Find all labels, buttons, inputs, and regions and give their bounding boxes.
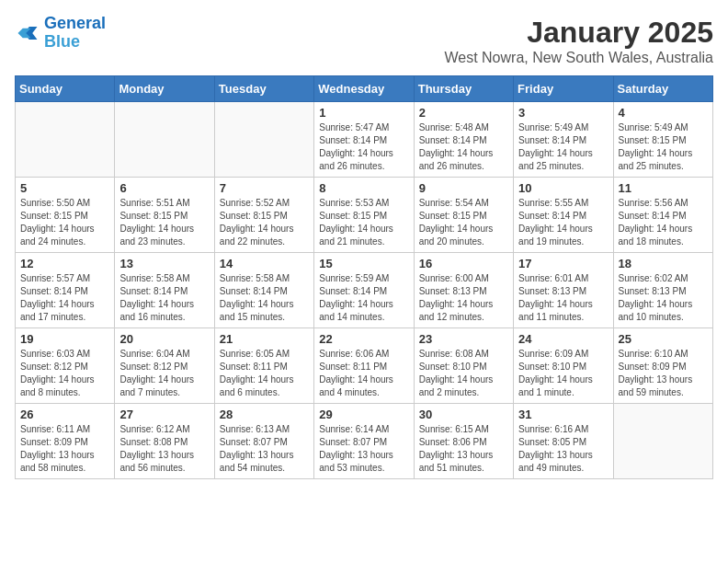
calendar-cell: 3Sunrise: 5:49 AM Sunset: 8:14 PM Daylig…: [514, 102, 613, 178]
page-header: General Blue January 2025 West Nowra, Ne…: [15, 15, 713, 66]
calendar-cell: 20Sunrise: 6:04 AM Sunset: 8:12 PM Dayli…: [115, 328, 214, 404]
day-info: Sunrise: 5:56 AM Sunset: 8:14 PM Dayligh…: [619, 197, 708, 248]
calendar-cell: 24Sunrise: 6:09 AM Sunset: 8:10 PM Dayli…: [514, 328, 613, 404]
calendar-cell: 23Sunrise: 6:08 AM Sunset: 8:10 PM Dayli…: [414, 328, 513, 404]
day-number: 19: [20, 332, 109, 346]
calendar-week-1: 1Sunrise: 5:47 AM Sunset: 8:14 PM Daylig…: [16, 102, 713, 178]
day-number: 25: [619, 332, 708, 346]
calendar-week-4: 19Sunrise: 6:03 AM Sunset: 8:12 PM Dayli…: [16, 328, 713, 404]
day-info: Sunrise: 5:55 AM Sunset: 8:14 PM Dayligh…: [518, 197, 608, 248]
calendar-cell: 18Sunrise: 6:02 AM Sunset: 8:13 PM Dayli…: [613, 253, 712, 328]
day-number: 15: [319, 257, 408, 270]
calendar-cell: 25Sunrise: 6:10 AM Sunset: 8:09 PM Dayli…: [613, 328, 712, 404]
calendar-cell: 27Sunrise: 6:12 AM Sunset: 8:08 PM Dayli…: [115, 404, 214, 479]
calendar-cell: 30Sunrise: 6:15 AM Sunset: 8:06 PM Dayli…: [414, 404, 513, 479]
day-info: Sunrise: 6:02 AM Sunset: 8:13 PM Dayligh…: [619, 272, 708, 324]
calendar-cell: 29Sunrise: 6:14 AM Sunset: 8:07 PM Dayli…: [314, 404, 414, 479]
day-number: 14: [220, 257, 309, 270]
day-number: 5: [20, 181, 109, 195]
day-number: 10: [518, 181, 608, 195]
calendar-cell: 14Sunrise: 5:58 AM Sunset: 8:14 PM Dayli…: [214, 253, 313, 328]
calendar-cell: 12Sunrise: 5:57 AM Sunset: 8:14 PM Dayli…: [16, 253, 115, 328]
calendar-cell: 1Sunrise: 5:47 AM Sunset: 8:14 PM Daylig…: [314, 102, 414, 178]
calendar-cell: 8Sunrise: 5:53 AM Sunset: 8:15 PM Daylig…: [314, 178, 414, 253]
day-info: Sunrise: 5:52 AM Sunset: 8:15 PM Dayligh…: [220, 197, 309, 248]
calendar-cell: 26Sunrise: 6:11 AM Sunset: 8:09 PM Dayli…: [16, 404, 115, 479]
calendar-cell: 17Sunrise: 6:01 AM Sunset: 8:13 PM Dayli…: [514, 253, 613, 328]
logo-text: General Blue: [44, 15, 106, 52]
day-info: Sunrise: 6:14 AM Sunset: 8:07 PM Dayligh…: [319, 423, 408, 475]
calendar-cell: 10Sunrise: 5:55 AM Sunset: 8:14 PM Dayli…: [514, 178, 613, 253]
day-info: Sunrise: 5:58 AM Sunset: 8:14 PM Dayligh…: [220, 272, 309, 324]
calendar-cell: 19Sunrise: 6:03 AM Sunset: 8:12 PM Dayli…: [16, 328, 115, 404]
day-number: 27: [119, 408, 209, 421]
weekday-header-wednesday: Wednesday: [314, 76, 414, 102]
day-number: 11: [619, 181, 708, 195]
calendar-week-5: 26Sunrise: 6:11 AM Sunset: 8:09 PM Dayli…: [16, 404, 713, 479]
logo-line1: General: [44, 14, 106, 32]
weekday-header-friday: Friday: [514, 76, 613, 102]
day-info: Sunrise: 6:03 AM Sunset: 8:12 PM Dayligh…: [20, 348, 109, 399]
calendar-cell: [115, 102, 214, 178]
logo-icon: [15, 20, 40, 46]
calendar-cell: 4Sunrise: 5:49 AM Sunset: 8:15 PM Daylig…: [613, 102, 712, 178]
day-number: 13: [119, 257, 209, 270]
day-info: Sunrise: 6:10 AM Sunset: 8:09 PM Dayligh…: [619, 348, 708, 399]
calendar-cell: 31Sunrise: 6:16 AM Sunset: 8:05 PM Dayli…: [514, 404, 613, 479]
weekday-header-row: SundayMondayTuesdayWednesdayThursdayFrid…: [16, 76, 713, 102]
calendar-cell: 22Sunrise: 6:06 AM Sunset: 8:11 PM Dayli…: [314, 328, 414, 404]
day-info: Sunrise: 6:08 AM Sunset: 8:10 PM Dayligh…: [419, 348, 508, 399]
calendar-cell: 13Sunrise: 5:58 AM Sunset: 8:14 PM Dayli…: [115, 253, 214, 328]
calendar-header: SundayMondayTuesdayWednesdayThursdayFrid…: [16, 76, 713, 102]
day-info: Sunrise: 6:12 AM Sunset: 8:08 PM Dayligh…: [119, 423, 209, 475]
weekday-header-tuesday: Tuesday: [214, 76, 313, 102]
calendar-cell: 9Sunrise: 5:54 AM Sunset: 8:15 PM Daylig…: [414, 178, 513, 253]
day-info: Sunrise: 6:04 AM Sunset: 8:12 PM Dayligh…: [119, 348, 209, 399]
calendar-cell: 11Sunrise: 5:56 AM Sunset: 8:14 PM Dayli…: [613, 178, 712, 253]
title-block: January 2025 West Nowra, New South Wales…: [444, 15, 713, 66]
calendar-body: 1Sunrise: 5:47 AM Sunset: 8:14 PM Daylig…: [16, 102, 713, 479]
day-info: Sunrise: 6:15 AM Sunset: 8:06 PM Dayligh…: [419, 423, 508, 475]
day-number: 16: [419, 257, 508, 270]
day-number: 2: [419, 106, 508, 120]
day-number: 29: [319, 408, 408, 421]
day-info: Sunrise: 6:05 AM Sunset: 8:11 PM Dayligh…: [220, 348, 309, 399]
calendar-cell: 6Sunrise: 5:51 AM Sunset: 8:15 PM Daylig…: [115, 178, 214, 253]
calendar-cell: 2Sunrise: 5:48 AM Sunset: 8:14 PM Daylig…: [414, 102, 513, 178]
logo: General Blue: [15, 15, 106, 52]
day-number: 23: [419, 332, 508, 346]
day-number: 21: [220, 332, 309, 346]
day-info: Sunrise: 5:57 AM Sunset: 8:14 PM Dayligh…: [20, 272, 109, 324]
calendar-week-2: 5Sunrise: 5:50 AM Sunset: 8:15 PM Daylig…: [16, 178, 713, 253]
calendar-week-3: 12Sunrise: 5:57 AM Sunset: 8:14 PM Dayli…: [16, 253, 713, 328]
day-info: Sunrise: 6:01 AM Sunset: 8:13 PM Dayligh…: [518, 272, 608, 324]
calendar-cell: 5Sunrise: 5:50 AM Sunset: 8:15 PM Daylig…: [16, 178, 115, 253]
day-number: 12: [20, 257, 109, 270]
day-info: Sunrise: 6:09 AM Sunset: 8:10 PM Dayligh…: [518, 348, 608, 399]
weekday-header-saturday: Saturday: [613, 76, 712, 102]
calendar-cell: 21Sunrise: 6:05 AM Sunset: 8:11 PM Dayli…: [214, 328, 313, 404]
calendar-cell: 28Sunrise: 6:13 AM Sunset: 8:07 PM Dayli…: [214, 404, 313, 479]
day-number: 20: [119, 332, 209, 346]
day-number: 26: [20, 408, 109, 421]
day-info: Sunrise: 6:00 AM Sunset: 8:13 PM Dayligh…: [419, 272, 508, 324]
day-info: Sunrise: 6:16 AM Sunset: 8:05 PM Dayligh…: [518, 423, 608, 475]
day-number: 3: [518, 106, 608, 120]
day-info: Sunrise: 5:47 AM Sunset: 8:14 PM Dayligh…: [319, 121, 408, 173]
day-info: Sunrise: 5:50 AM Sunset: 8:15 PM Dayligh…: [20, 197, 109, 248]
weekday-header-thursday: Thursday: [414, 76, 513, 102]
day-number: 4: [619, 106, 708, 120]
calendar-subtitle: West Nowra, New South Wales, Australia: [444, 50, 713, 66]
calendar-title: January 2025: [444, 15, 713, 50]
day-info: Sunrise: 5:49 AM Sunset: 8:14 PM Dayligh…: [518, 121, 608, 173]
day-number: 1: [319, 106, 408, 120]
logo-line2: Blue: [44, 32, 80, 51]
day-number: 17: [518, 257, 608, 270]
weekday-header-sunday: Sunday: [16, 76, 115, 102]
calendar-cell: 7Sunrise: 5:52 AM Sunset: 8:15 PM Daylig…: [214, 178, 313, 253]
day-info: Sunrise: 5:48 AM Sunset: 8:14 PM Dayligh…: [419, 121, 508, 173]
calendar-table: SundayMondayTuesdayWednesdayThursdayFrid…: [15, 75, 713, 479]
day-info: Sunrise: 5:58 AM Sunset: 8:14 PM Dayligh…: [119, 272, 209, 324]
calendar-cell: 15Sunrise: 5:59 AM Sunset: 8:14 PM Dayli…: [314, 253, 414, 328]
calendar-cell: 16Sunrise: 6:00 AM Sunset: 8:13 PM Dayli…: [414, 253, 513, 328]
